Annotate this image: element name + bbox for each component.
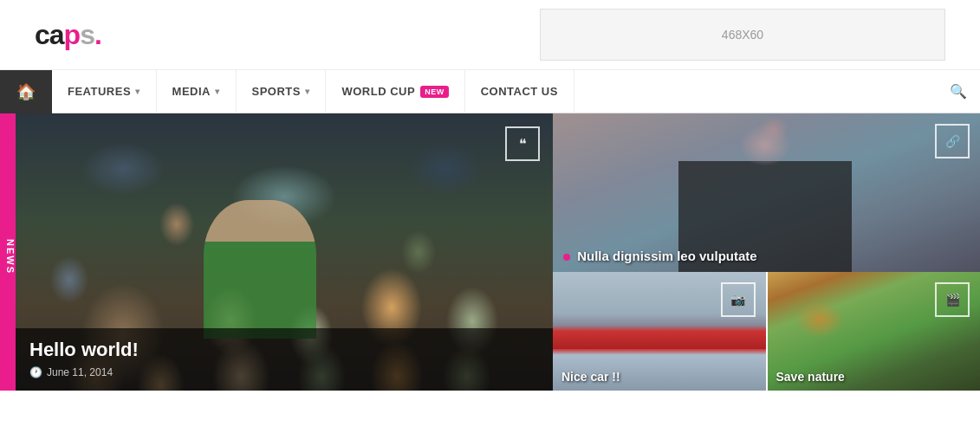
quote-icon: ❝ bbox=[519, 136, 527, 152]
search-button[interactable]: 🔍 bbox=[937, 70, 980, 113]
header: caps. 468X60 bbox=[0, 0, 980, 70]
main-article-title: Hello world! bbox=[29, 339, 539, 361]
clock-icon: 🕐 bbox=[29, 366, 42, 378]
main-article-caption: Hello world! 🕐 June 11, 2014 bbox=[16, 328, 553, 391]
news-label-text: NEWS bbox=[5, 239, 16, 275]
right-bottom-row: 📷 Nice car !! 🎬 Save nature bbox=[553, 272, 980, 391]
main-article-date: 🕐 June 11, 2014 bbox=[29, 366, 539, 378]
nav-home-button[interactable]: 🏠 bbox=[0, 70, 52, 113]
navbar: 🏠 FEATURES ▾ MEDIA ▾ SPORTS ▾ WORLD CUP … bbox=[0, 70, 980, 113]
logo-text-ca: ca bbox=[35, 19, 64, 50]
video-icon: 🎬 bbox=[945, 293, 960, 307]
nav-item-worldcup[interactable]: WORLD CUP NEW bbox=[326, 70, 464, 113]
video-icon-box: 🎬 bbox=[935, 282, 970, 317]
car-article[interactable]: 📷 Nice car !! bbox=[553, 272, 766, 391]
camera-icon-box: 📷 bbox=[721, 282, 756, 317]
nature-caption: Save nature bbox=[768, 363, 981, 391]
right-top-caption-text: Nulla dignissim leo vulputate bbox=[563, 249, 970, 263]
right-top-caption: Nulla dignissim leo vulputate bbox=[553, 240, 980, 272]
car-caption: Nice car !! bbox=[553, 363, 766, 391]
pink-dot bbox=[563, 254, 570, 261]
logo-text-s: s bbox=[80, 19, 94, 50]
fox-shape bbox=[785, 289, 854, 350]
logo-dot: . bbox=[94, 19, 101, 50]
content-area: NEWS ❝ Hello world! 🕐 June 11, 2014 🔗 bbox=[0, 113, 980, 391]
nav-item-features[interactable]: FEATURES ▾ bbox=[52, 70, 157, 113]
link-icon-box: 🔗 bbox=[935, 124, 970, 158]
chevron-down-icon: ▾ bbox=[215, 87, 220, 96]
main-article-image[interactable]: ❝ Hello world! 🕐 June 11, 2014 bbox=[16, 113, 553, 391]
ad-label: 468X60 bbox=[722, 28, 763, 42]
nature-article[interactable]: 🎬 Save nature bbox=[766, 272, 981, 391]
nav-item-sports[interactable]: SPORTS ▾ bbox=[237, 70, 327, 113]
nav-features-label: FEATURES bbox=[68, 85, 131, 98]
camera-icon: 📷 bbox=[730, 293, 745, 307]
ad-banner: 468X60 bbox=[540, 9, 945, 61]
chevron-down-icon: ▾ bbox=[135, 87, 140, 96]
right-top-article[interactable]: 🔗 Nulla dignissim leo vulputate bbox=[553, 113, 980, 272]
nav-sports-label: SPORTS bbox=[252, 85, 301, 98]
nature-caption-text: Save nature bbox=[776, 370, 972, 384]
logo[interactable]: caps. bbox=[35, 19, 101, 51]
green-jacket-person bbox=[204, 200, 316, 339]
chevron-down-icon: ▾ bbox=[305, 87, 310, 96]
date-text: June 11, 2014 bbox=[47, 366, 113, 378]
link-icon: 🔗 bbox=[945, 134, 960, 148]
new-badge: NEW bbox=[420, 86, 449, 98]
nav-media-label: MEDIA bbox=[172, 85, 211, 98]
news-side-label: NEWS bbox=[0, 113, 16, 391]
search-icon: 🔍 bbox=[950, 83, 967, 100]
quote-icon-box: ❝ bbox=[505, 126, 540, 161]
nav-worldcup-label: WORLD CUP bbox=[341, 85, 415, 98]
car-caption-text: Nice car !! bbox=[561, 370, 757, 384]
right-column: 🔗 Nulla dignissim leo vulputate 📷 Nice c… bbox=[553, 113, 980, 391]
nav-contact-label: CONTACT US bbox=[481, 85, 558, 98]
nav-item-contact[interactable]: CONTACT US bbox=[465, 70, 574, 113]
home-icon: 🏠 bbox=[16, 82, 36, 101]
nav-item-media[interactable]: MEDIA ▾ bbox=[157, 70, 237, 113]
logo-text-p: p bbox=[64, 19, 81, 50]
